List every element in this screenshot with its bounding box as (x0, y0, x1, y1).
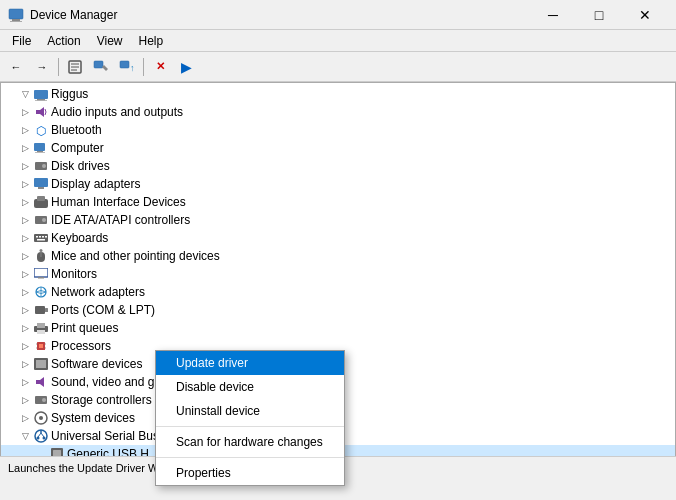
item-label: Print queues (51, 321, 118, 335)
item-label: Software devices (51, 357, 142, 371)
item-icon (33, 356, 49, 372)
toolbar-remove[interactable]: ✕ (148, 56, 172, 78)
menu-help[interactable]: Help (131, 32, 172, 50)
title-bar: Device Manager ─ □ ✕ (0, 0, 676, 30)
context-menu-item[interactable]: Properties (156, 461, 344, 485)
context-menu-separator (156, 457, 344, 458)
expand-btn[interactable]: ▷ (17, 157, 33, 175)
tree-item[interactable]: ▷Ports (COM & LPT) (1, 301, 675, 319)
tree-root[interactable]: ▽ Riggus (1, 85, 675, 103)
expand-btn[interactable]: ▷ (17, 121, 33, 139)
expand-btn[interactable]: ▷ (17, 229, 33, 247)
close-button[interactable]: ✕ (622, 0, 668, 30)
item-label: Storage controllers (51, 393, 152, 407)
menu-bar: File Action View Help (0, 30, 676, 52)
expand-btn[interactable]: ▷ (17, 337, 33, 355)
window-controls: ─ □ ✕ (530, 0, 668, 30)
context-menu-item[interactable]: Scan for hardware changes (156, 430, 344, 454)
context-menu-item[interactable]: Update driver (156, 351, 344, 375)
svg-rect-35 (34, 268, 48, 277)
svg-rect-29 (42, 236, 44, 238)
expand-btn[interactable]: ▷ (17, 283, 33, 301)
svg-point-34 (40, 249, 43, 252)
item-label: Audio inputs and outputs (51, 105, 183, 119)
item-label: System devices (51, 411, 135, 425)
item-label: Display adapters (51, 177, 140, 191)
item-label: Processors (51, 339, 111, 353)
tree-item[interactable]: ▷Keyboards (1, 229, 675, 247)
item-icon: ⬡ (33, 122, 49, 138)
expand-btn[interactable]: ▷ (17, 355, 33, 373)
expand-btn[interactable]: ▷ (17, 139, 33, 157)
tree-item[interactable]: ▷Human Interface Devices (1, 193, 675, 211)
item-icon (33, 284, 49, 300)
tree-item[interactable]: ▷Computer (1, 139, 675, 157)
expand-btn[interactable]: ▷ (17, 301, 33, 319)
item-label: IDE ATA/ATAPI controllers (51, 213, 190, 227)
tree-item[interactable]: ▷⬡Bluetooth (1, 121, 675, 139)
tree-item[interactable]: ▷Print queues (1, 319, 675, 337)
item-icon (33, 230, 49, 246)
root-label: Riggus (51, 87, 88, 101)
item-icon (33, 194, 49, 210)
menu-file[interactable]: File (4, 32, 39, 50)
svg-point-54 (42, 398, 46, 402)
svg-rect-39 (35, 306, 45, 314)
expand-root[interactable]: ▽ (17, 85, 33, 103)
expand-btn[interactable]: ▷ (17, 103, 33, 121)
expand-btn[interactable]: ▷ (17, 211, 33, 229)
toolbar-properties[interactable] (63, 56, 87, 78)
toolbar-update[interactable]: ↑ (115, 56, 139, 78)
expand-btn[interactable]: ▷ (17, 391, 33, 409)
context-menu: Update driverDisable deviceUninstall dev… (155, 350, 345, 486)
tree-item[interactable]: ▷Monitors (1, 265, 675, 283)
svg-point-25 (42, 218, 46, 222)
window-title: Device Manager (30, 8, 530, 22)
svg-point-61 (37, 437, 40, 440)
svg-rect-28 (39, 236, 41, 238)
minimize-button[interactable]: ─ (530, 0, 576, 30)
tree-item[interactable]: ▷Mice and other pointing devices (1, 247, 675, 265)
item-label: Disk drives (51, 159, 110, 173)
toolbar-sep2 (143, 58, 144, 76)
tree-item[interactable]: ▷Network adapters (1, 283, 675, 301)
item-label: Computer (51, 141, 104, 155)
svg-rect-20 (34, 178, 48, 187)
expand-btn[interactable]: ▷ (17, 373, 33, 391)
context-menu-item[interactable]: Disable device (156, 375, 344, 399)
expand-btn[interactable]: ▷ (17, 319, 33, 337)
toolbar-scan[interactable] (89, 56, 113, 78)
item-label: Network adapters (51, 285, 145, 299)
item-icon (33, 104, 49, 120)
svg-rect-15 (34, 143, 45, 151)
item-icon (33, 140, 49, 156)
menu-view[interactable]: View (89, 32, 131, 50)
expand-btn[interactable]: ▷ (17, 247, 33, 265)
toolbar-forward[interactable]: → (30, 56, 54, 78)
toolbar: ← → ↑ ✕ ▶ (0, 52, 676, 82)
maximize-button[interactable]: □ (576, 0, 622, 30)
menu-action[interactable]: Action (39, 32, 88, 50)
app-icon (8, 7, 24, 23)
main-content: ▽ Riggus ▷Audio inputs and outputs▷⬡Blue… (0, 82, 676, 478)
svg-rect-8 (120, 61, 129, 68)
svg-rect-0 (9, 9, 23, 19)
svg-rect-51 (36, 360, 46, 368)
tree-item[interactable]: ▷Disk drives (1, 157, 675, 175)
expand-btn[interactable]: ▷ (17, 409, 33, 427)
expand-btn[interactable]: ▽ (17, 427, 33, 445)
context-menu-separator (156, 426, 344, 427)
tree-item[interactable]: ▷Display adapters (1, 175, 675, 193)
tree-item[interactable]: ▷Audio inputs and outputs (1, 103, 675, 121)
expand-btn[interactable]: ▷ (17, 265, 33, 283)
tree-item[interactable]: ▷IDE ATA/ATAPI controllers (1, 211, 675, 229)
expand-btn[interactable]: ▷ (17, 193, 33, 211)
svg-rect-10 (34, 90, 48, 99)
svg-rect-30 (45, 236, 47, 238)
context-menu-item[interactable]: Uninstall device (156, 399, 344, 423)
item-icon (33, 158, 49, 174)
expand-btn[interactable]: ▷ (17, 175, 33, 193)
toolbar-refresh[interactable]: ▶ (174, 56, 198, 78)
toolbar-back[interactable]: ← (4, 56, 28, 78)
svg-line-60 (41, 433, 44, 437)
